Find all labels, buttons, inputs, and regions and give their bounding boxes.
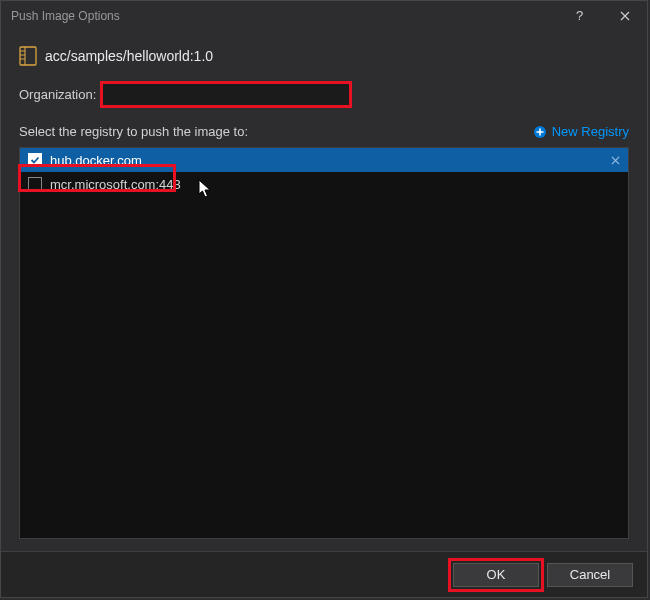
- dialog-footer: OK Cancel: [1, 551, 647, 597]
- push-image-dialog: Push Image Options ? acc/samples/hellowo…: [0, 0, 648, 598]
- close-icon: [611, 156, 620, 165]
- cancel-button[interactable]: Cancel: [547, 563, 633, 587]
- help-icon: ?: [576, 8, 583, 23]
- registry-item-remove[interactable]: [608, 153, 622, 167]
- registry-prompt: Select the registry to push the image to…: [19, 124, 533, 139]
- registry-item-label: mcr.microsoft.com:443: [50, 177, 181, 192]
- close-button[interactable]: [602, 1, 647, 31]
- help-button[interactable]: ?: [557, 1, 602, 31]
- image-name: acc/samples/helloworld:1.0: [45, 48, 213, 64]
- window-title: Push Image Options: [11, 9, 557, 23]
- container-image-icon: [19, 45, 37, 67]
- organization-input[interactable]: [102, 83, 350, 106]
- dialog-content: acc/samples/helloworld:1.0 Organization:…: [1, 31, 647, 551]
- image-row: acc/samples/helloworld:1.0: [19, 45, 629, 67]
- registry-checkbox[interactable]: [28, 177, 42, 191]
- registry-item-mcr[interactable]: mcr.microsoft.com:443: [20, 172, 628, 196]
- plus-circle-icon: [533, 125, 547, 139]
- close-icon: [620, 11, 630, 21]
- registry-checkbox[interactable]: [28, 153, 42, 167]
- organization-row: Organization:: [19, 83, 629, 106]
- ok-button[interactable]: OK: [453, 563, 539, 587]
- organization-label: Organization:: [19, 87, 96, 102]
- new-registry-label: New Registry: [552, 124, 629, 139]
- registry-item-label: hub.docker.com: [50, 153, 142, 168]
- svg-rect-0: [20, 47, 36, 65]
- registry-header: Select the registry to push the image to…: [19, 124, 629, 139]
- new-registry-button[interactable]: New Registry: [533, 124, 629, 139]
- checkmark-icon: [30, 155, 40, 165]
- titlebar: Push Image Options ?: [1, 1, 647, 31]
- registry-list[interactable]: hub.docker.com mcr.microsoft.com:443: [19, 147, 629, 539]
- registry-item-hub-docker[interactable]: hub.docker.com: [20, 148, 628, 172]
